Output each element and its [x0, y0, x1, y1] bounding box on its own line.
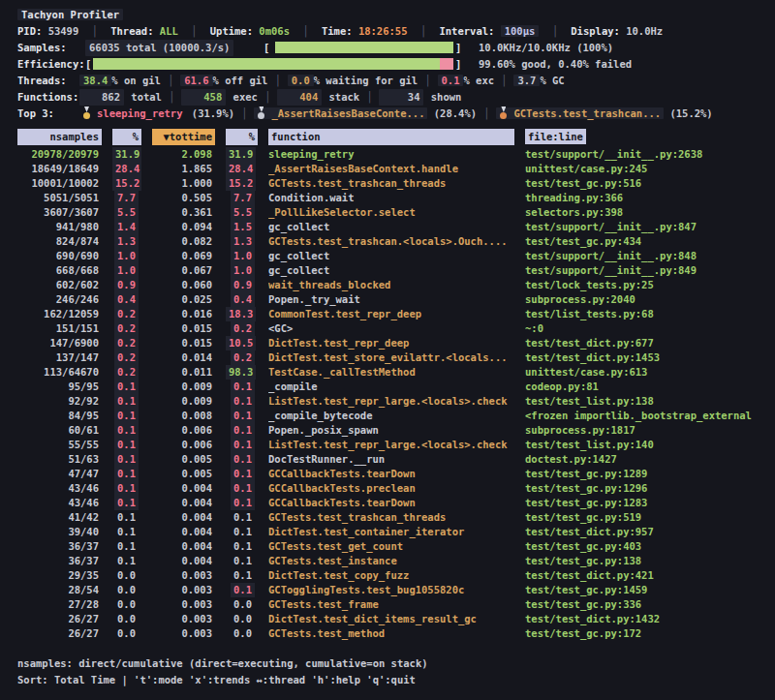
table-row[interactable]: 39/400.10.0040.1DictTest.test_container_…: [17, 525, 758, 539]
file-line-cell: test/support/__init__.py:848: [525, 249, 758, 263]
column-header-tottime[interactable]: ▼tottime: [152, 129, 215, 145]
separator: │: [169, 91, 174, 103]
top3-item[interactable]: sleeping_retry: [79, 107, 186, 119]
direct-pct-value: 0.2: [114, 336, 139, 350]
column-header-function[interactable]: function: [268, 129, 514, 145]
table-row[interactable]: 92/920.10.0090.1ListTest.test_repr_large…: [17, 394, 758, 409]
direct-pct-value: 0.1: [114, 481, 139, 496]
file-line-cell: test/list_tests.py:68: [525, 307, 758, 321]
column-header-file-line[interactable]: file:line: [525, 129, 758, 145]
table-row[interactable]: 55/550.10.0060.1ListTest.test_repr_large…: [17, 438, 758, 452]
top3-line: Top 3:sleeping_retry (31.9%)│_AssertRais…: [17, 106, 775, 122]
table-row[interactable]: 824/8741.30.0821.3GCTests.test_trashcan.…: [17, 234, 758, 249]
column-header-direct-pct[interactable]: %: [112, 129, 141, 145]
direct-pct-value: 0.1: [114, 467, 139, 481]
table-row[interactable]: 43/460.10.0040.1GCCallbackTests.tearDown…: [17, 496, 758, 510]
separator: │: [501, 75, 507, 86]
cumulative-pct-value: 0.0: [231, 597, 255, 612]
table-row[interactable]: 151/1510.20.0150.2<GC>~:0: [17, 321, 758, 336]
cumulative-pct-value: 0.4: [231, 292, 255, 307]
file-line-cell: test/test_gc.py:172: [525, 626, 758, 641]
direct-pct-value: 0.1: [114, 452, 139, 467]
cumulative-pct-value: 28.4: [226, 162, 256, 176]
samples-bar-open-bracket: [: [264, 40, 269, 56]
table-row[interactable]: 29/350.00.0030.1DictTest.test_copy_fuzzt…: [17, 568, 758, 583]
top3-function-name: _AssertRaisesBaseConte...: [271, 107, 424, 119]
table-row[interactable]: 36/370.10.0040.1GCTests.test_get_countte…: [17, 539, 758, 554]
table-row[interactable]: 147/69000.20.01510.5DictTest.test_repr_d…: [17, 336, 758, 350]
table-row[interactable]: 43/460.10.0040.1GCCallbackTests.preclean…: [17, 481, 758, 496]
tottime-cell: 1.000: [152, 176, 215, 191]
file-line-cell: threading.py:366: [525, 191, 758, 205]
direct-pct-value: 0.0: [114, 583, 139, 597]
cumulative-pct-value: 0.1: [231, 510, 255, 525]
table-row[interactable]: 10001/1000215.21.00015.2GCTests.test_tra…: [17, 176, 758, 191]
table-row[interactable]: 113/646700.20.01198.3TestCase._callTestM…: [17, 365, 758, 380]
table-body: 20978/2097931.92.09831.9sleeping_retryte…: [17, 147, 758, 641]
table-row[interactable]: 3607/36075.50.3615.5_PollLikeSelector.se…: [17, 205, 758, 220]
table-row[interactable]: 941/9801.40.0941.5gc_collecttest/support…: [17, 220, 758, 234]
function-cell: DictTest.test_copy_fuzz: [268, 568, 514, 583]
table-row[interactable]: 602/6020.90.0600.9wait_threads_blockedte…: [17, 278, 758, 292]
top3-item[interactable]: GCTests.test_trashcan...: [496, 107, 664, 119]
table-row[interactable]: 47/470.10.0050.1GCCallbackTests.tearDown…: [17, 467, 758, 481]
table-row[interactable]: 26/270.00.0030.0DictTest.test_dict_items…: [17, 612, 758, 626]
function-cell: GCCallbackTests.preclean: [268, 481, 514, 496]
nsamples-cell: 668/668: [17, 263, 102, 278]
table-row[interactable]: 95/950.10.0090.1_compilecodeop.py:81: [17, 380, 758, 394]
function-cell: DictTest.test_repr_deep: [268, 336, 514, 350]
top3-item[interactable]: _AssertRaisesBaseConte...: [254, 107, 427, 119]
table-row[interactable]: 20978/2097931.92.09831.9sleeping_retryte…: [17, 147, 758, 162]
file-line-cell: <frozen importlib._bootstrap_external: [525, 409, 758, 423]
tottime-cell: 0.004: [152, 481, 215, 496]
direct-pct-cell: 0.0: [112, 568, 141, 583]
cumulative-pct-cell: 0.1: [226, 481, 258, 496]
cumulative-pct-value: 0.1: [231, 452, 255, 467]
cumulative-pct-cell: 0.1: [226, 423, 258, 438]
table-row[interactable]: 28/540.00.0030.1GCTogglingTests.test_bug…: [17, 583, 758, 597]
direct-pct-value: 28.4: [112, 162, 141, 176]
table-row[interactable]: 162/120590.20.01618.3CommonTest.test_rep…: [17, 307, 758, 321]
table-row[interactable]: 26/270.00.0030.0GCTests.test_methodtest/…: [17, 626, 758, 641]
cumulative-pct-value: 0.1: [231, 438, 255, 452]
nsamples-cell: 5051/5051: [17, 191, 102, 205]
file-line-cell: test/test_dict.py:1432: [525, 612, 758, 626]
table-row[interactable]: 18649/1864928.41.86528.4_AssertRaisesBas…: [17, 162, 758, 176]
table-row[interactable]: 137/1470.20.0140.2DictTest.test_store_ev…: [17, 350, 758, 365]
nsamples-cell: 151/151: [17, 321, 102, 336]
table-row[interactable]: 5051/50517.70.5057.7Condition.waitthread…: [17, 191, 758, 205]
file-line-cell: unittest/case.py:613: [525, 365, 758, 380]
top3-percentage: (28.4%): [427, 107, 477, 119]
tottime-cell: 0.094: [152, 220, 215, 234]
pid-label: PID:: [17, 25, 42, 37]
table-row[interactable]: 41/420.10.0040.1GCTests.test_trashcan_th…: [17, 510, 758, 525]
direct-pct-value: 0.1: [114, 409, 139, 423]
table-row[interactable]: 60/610.10.0060.1Popen._posix_spawnsubpro…: [17, 423, 758, 438]
nsamples-cell: 147/6900: [17, 336, 102, 350]
table-row[interactable]: 84/950.10.0080.1_compile_bytecode<frozen…: [17, 409, 758, 423]
bronze-medal-icon: [499, 107, 508, 119]
thread-value[interactable]: ALL: [160, 25, 178, 37]
cumulative-pct-cell: 1.0: [226, 249, 258, 263]
functions-items: 862 total│458 exec│404 stack│34 shown: [79, 91, 461, 103]
table-row[interactable]: 690/6901.00.0691.0gc_collecttest/support…: [17, 249, 758, 263]
cumulative-pct-cell: 98.3: [226, 365, 258, 380]
function-cell: GCTests.test_trashcan_threads: [268, 176, 514, 191]
column-header-nsamples[interactable]: nsamples: [17, 129, 102, 145]
direct-pct-value: 1.0: [114, 249, 139, 263]
cumulative-pct-value: 0.1: [231, 380, 255, 394]
function-stat-value: 458: [181, 89, 226, 106]
tottime-cell: 0.025: [152, 292, 215, 307]
table-row[interactable]: 51/630.10.0050.1DocTestRunner.__rundocte…: [17, 452, 758, 467]
time-label: Time:: [322, 25, 353, 37]
table-row[interactable]: 27/280.00.0030.0GCTests.test_frametest/t…: [17, 597, 758, 612]
direct-pct-value: 1.0: [114, 263, 139, 278]
direct-pct-cell: 0.4: [112, 292, 141, 307]
table-row[interactable]: 36/370.10.0040.1GCTests.test_instancetes…: [17, 554, 758, 568]
efficiency-good-segment: [93, 58, 440, 70]
table-row[interactable]: 246/2460.40.0250.4Popen._try_waitsubproc…: [17, 292, 758, 307]
column-header-cumulative-pct[interactable]: %: [226, 129, 258, 145]
thread-stat-value: 0.0: [288, 75, 314, 86]
table-row[interactable]: 668/6681.00.0671.0gc_collecttest/support…: [17, 263, 758, 278]
cumulative-pct-cell: 1.5: [226, 220, 258, 234]
